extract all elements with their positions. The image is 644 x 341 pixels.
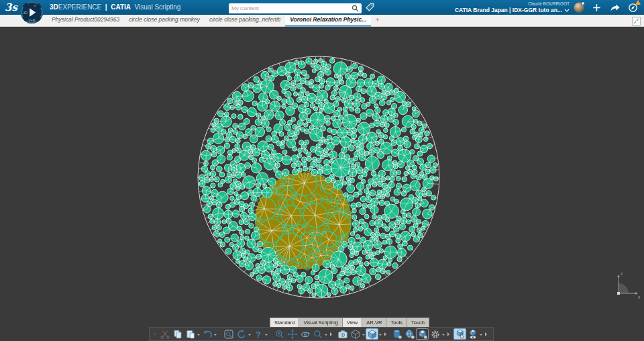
toolbar-overflow-icon [152,329,158,340]
help-button[interactable]: ? [252,328,264,340]
zoom-fit-button[interactable] [222,328,235,340]
gear-button[interactable] [429,328,441,340]
collapse-viewport-button[interactable] [632,17,641,26]
part-cylinder-button[interactable] [390,328,403,340]
refresh-button[interactable] [235,328,248,340]
select-cube-button[interactable] [453,328,466,340]
camera-button[interactable] [336,328,349,340]
globe-button[interactable] [403,328,416,340]
gear-dropdown-arrow[interactable] [442,334,445,337]
bottom-dock: Standard Visual Scripting View AR-VR Too… [149,318,494,341]
search-box [229,3,362,13]
document-tab-bar: Physical Product00294963 circle close pa… [0,15,644,27]
svg-text:»: » [34,3,36,7]
expand-group-arrow[interactable] [447,332,451,336]
share-button[interactable] [609,2,621,13]
pan-button[interactable] [286,328,299,340]
shaded-cube-button[interactable] [366,328,378,340]
paste-button[interactable] [184,328,197,340]
svg-text:V+R: V+R [29,18,36,22]
search-input[interactable] [231,5,352,11]
refresh-icon [236,329,247,340]
viewport-3d[interactable]: Standard Visual Scripting View AR-VR Too… [0,27,644,341]
avatar[interactable] [574,2,584,13]
dock-tab-tools[interactable]: Tools [386,318,407,327]
dock-tab-ar-vr[interactable]: AR-VR [362,318,386,327]
compass-play-icon[interactable]: 3D V+R » [20,1,44,24]
camera-icon [337,329,348,340]
select-cube-icon [455,329,466,340]
undo-icon [202,329,213,340]
cube-rep-button[interactable] [416,328,429,340]
search-icon[interactable] [352,3,359,15]
help-dropdown-arrow[interactable] [265,334,268,337]
copy-icon [172,329,183,340]
chevron-down-icon[interactable] [564,7,570,13]
zoom-fit-icon [223,329,234,340]
app-title: 3DEXPERIENCE | CATIA Visual Scripting [50,0,180,15]
add-tab-button[interactable]: + [371,15,383,27]
part-cylinder-icon [392,329,402,340]
iso-view-icon [350,329,361,340]
expand-group-arrow[interactable] [485,332,489,336]
help-icon: ? [253,329,264,340]
dock-tab-view[interactable]: View [343,318,362,327]
hide-show-icon [468,329,478,340]
globe-icon [405,329,415,340]
shaded-cube-icon [367,329,378,340]
gear-icon [430,329,441,340]
rotate-icon [300,329,311,340]
zoom-icon [313,329,323,340]
paste-dropdown-arrow[interactable] [197,334,200,337]
dock-tab-touch[interactable]: Touch [407,318,429,327]
hide-show-dropdown-arrow[interactable] [480,334,482,337]
expand-group-arrow[interactable] [330,332,334,336]
cut-button [158,328,171,340]
voronoi-canvas[interactable] [0,27,644,341]
undo-dropdown-arrow[interactable] [214,334,217,337]
shaded-cube-dropdown-arrow[interactable] [379,334,382,337]
refresh-dropdown-arrow[interactable] [248,334,251,337]
expand-group-arrow[interactable] [384,332,388,336]
iso-view-dropdown-arrow[interactable] [362,334,365,337]
dassault-logo-icon[interactable]: 3s [4,1,21,16]
pan-icon [287,329,298,340]
tab-physical-product[interactable]: Physical Product00294963 [47,15,124,27]
svg-text:3s: 3s [5,1,18,13]
warning-badge [635,0,641,5]
add-content-button[interactable] [591,2,602,13]
cut-icon [160,329,170,340]
user-name: Claude BOURRIGOT [528,2,570,7]
top-bar: 3s 3D V+R » 3DEXPERIENCE | CATIA Visual … [0,0,644,15]
cube-rep-icon [417,329,428,340]
tab-circle-close-packing-monkey[interactable]: circle close packing monkey [124,15,205,27]
undo-button[interactable] [201,328,213,340]
copy-button[interactable] [171,328,184,340]
zoom-in-button[interactable] [273,328,286,340]
status-dot [581,1,585,5]
svg-text:?: ? [256,329,261,339]
dock-tab-standard[interactable]: Standard [270,318,299,327]
tag-icon[interactable] [365,2,375,15]
hide-show-button[interactable] [466,328,479,340]
rotate-button[interactable] [299,328,311,340]
svg-text:3D: 3D [23,11,28,15]
dock-tab-bar: Standard Visual Scripting View AR-VR Too… [270,318,494,327]
tab-circle-close-packing-nefertiti[interactable]: circle close packing_nefertiti [205,15,285,27]
dock-toolbar: ? [149,327,494,341]
iso-view-button[interactable] [349,328,362,340]
toolbar-overflow-button[interactable] [152,328,158,340]
tab-voronoi-relaxation[interactable]: Voronoi Relaxation Physic... [285,15,371,27]
help-compass-button[interactable] [627,2,639,13]
paste-icon [185,329,196,340]
dock-tab-visual-scripting[interactable]: Visual Scripting [299,318,343,327]
zoom-button[interactable] [311,328,324,340]
workspace-selector[interactable]: CATIA Brand Japan | IDX-GGR tuto an... [455,7,562,13]
zoom-in-icon [274,329,285,340]
zoom-dropdown-arrow[interactable] [325,334,327,337]
